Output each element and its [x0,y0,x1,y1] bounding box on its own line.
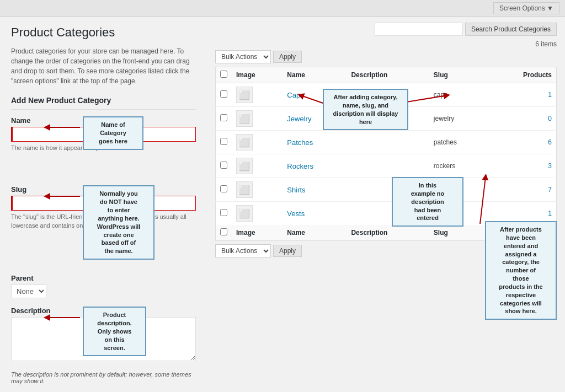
table-row: ⬜ Rockers rockers 3 [216,154,557,178]
category-name-link[interactable]: Shirts [287,186,305,194]
col-slug-footer: Slug [429,225,488,241]
image-icon: ⬜ [239,185,250,195]
name-arrow-icon [44,122,88,138]
category-image: ⬜ [236,158,253,174]
row-checkbox[interactable] [220,162,227,169]
category-description [347,131,429,154]
col-products: Products [488,67,557,83]
slug-arrow-icon [44,191,88,207]
category-slug: patches [429,131,488,154]
slug-callout: Normally youdo NOT haveto enteranything … [83,185,154,260]
category-name-link[interactable]: Rockers [287,162,313,170]
category-name-link[interactable]: Vests [287,210,305,218]
category-image: ⬜ [236,205,253,222]
row-checkbox[interactable] [220,209,227,216]
row-checkbox[interactable] [220,114,227,121]
select-all-checkbox-top[interactable] [220,71,227,78]
row-checkbox[interactable] [220,90,227,98]
name-callout: Name ofCategorygoes here [83,116,143,150]
products-count[interactable]: 3 [492,162,552,170]
category-name-link[interactable]: Caps [287,91,303,99]
category-slug: caps [429,83,488,107]
parent-label: Parent [11,274,196,282]
image-icon: ⬜ [239,208,250,219]
category-image: ⬜ [236,181,253,198]
page-description: Product categories for your store can be… [11,46,196,86]
description-footer-hint: The description is not prominent by defa… [11,371,196,384]
add-new-title: Add New Product Category [11,96,196,110]
desc-callout: Productdescription.Only showson thisscre… [83,307,146,356]
image-icon: ⬜ [239,90,250,100]
no-desc-callout: In thisexample nodescriptionhad beenente… [392,177,463,227]
row-checkbox[interactable] [220,185,227,192]
select-all-checkbox-bottom[interactable] [220,228,227,235]
row-checkbox[interactable] [220,138,227,145]
products-count[interactable]: 7 [492,186,552,194]
table-row: ⬜ Patches patches 6 [216,131,557,154]
bulk-actions-select-top[interactable]: Bulk Actions [215,50,271,63]
category-slug: jewelry [429,107,488,131]
category-image: ⬜ [236,87,253,103]
category-slug: rockers [429,154,488,178]
products-count[interactable]: 1 [492,91,552,99]
products-callout: After productshave beenentered andassign… [485,221,557,320]
image-icon: ⬜ [239,114,250,124]
col-slug: Slug [429,67,488,83]
category-callout: After adding category,name, slug, anddis… [323,89,408,130]
category-name-link[interactable]: Jewelry [287,115,311,123]
parent-select[interactable]: None [11,284,46,298]
col-description: Description [347,67,429,83]
products-count[interactable]: 6 [492,138,552,146]
category-image: ⬜ [236,110,253,127]
bulk-actions-select-bottom[interactable]: Bulk Actions [215,244,271,257]
col-name: Name [282,67,347,83]
col-image: Image [232,67,282,83]
col-description-footer: Description [347,225,429,241]
category-description [347,154,429,178]
products-count[interactable]: 0 [492,115,552,122]
products-count[interactable]: 1 [492,210,552,217]
screen-options-button[interactable]: Screen Options ▼ [493,2,559,14]
search-categories-button[interactable]: Search Product Categories [465,23,557,36]
desc-arrow-icon [44,312,88,329]
image-icon: ⬜ [239,161,250,171]
category-name-link[interactable]: Patches [287,138,313,147]
category-image: ⬜ [236,134,253,151]
image-icon: ⬜ [239,137,250,148]
bulk-apply-button-bottom[interactable]: Apply [273,245,302,257]
items-count: 6 items [215,40,557,48]
table-row: ⬜ Shirts shirts 7 [216,178,557,202]
col-name-footer: Name [282,225,347,241]
bulk-apply-button-top[interactable]: Apply [273,51,302,63]
page-title: Product Categories [11,25,196,40]
col-image-footer: Image [232,225,282,241]
search-input[interactable] [375,23,463,36]
